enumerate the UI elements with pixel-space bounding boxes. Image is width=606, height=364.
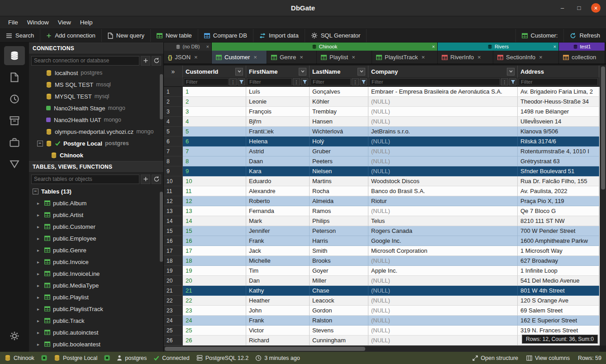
- tab-playlist[interactable]: Playlist×: [317, 51, 372, 64]
- cell-address[interactable]: Klanova 9/506: [518, 127, 599, 137]
- filter-funnel-button[interactable]: [509, 78, 516, 85]
- tab-sectioninfo[interactable]: SectionInfo×: [493, 51, 559, 64]
- rail-archive-button[interactable]: [4, 111, 25, 130]
- cell-address[interactable]: Praça Pio X, 119: [518, 196, 599, 206]
- cell-company[interactable]: (NULL): [368, 286, 518, 296]
- row-number[interactable]: 5: [164, 127, 183, 137]
- cell-customerid[interactable]: 5: [183, 127, 246, 137]
- cell-address[interactable]: Sřnder Boulevard 51: [518, 166, 599, 176]
- database-item-chinook[interactable]: Chinook: [29, 149, 163, 161]
- row-number[interactable]: 1: [164, 87, 183, 97]
- cell-company[interactable]: (NULL): [368, 147, 518, 156]
- vertical-scrollbar[interactable]: [600, 66, 606, 345]
- cell-address[interactable]: Theodor-Heuss-Straße 34: [518, 97, 599, 107]
- rail-history-button[interactable]: [4, 90, 25, 109]
- row-number[interactable]: 20: [164, 276, 183, 286]
- cell-customerid[interactable]: 7: [183, 147, 246, 156]
- table-item-public-album[interactable]: ▸public.Album: [29, 197, 163, 209]
- cell-address[interactable]: Qe 7 Bloco G: [518, 206, 599, 216]
- collapse-icon[interactable]: −: [37, 141, 43, 147]
- cell-company[interactable]: (NULL): [368, 306, 518, 316]
- cell-lastname[interactable]: Harris: [310, 236, 368, 246]
- row-number[interactable]: 2: [164, 97, 183, 107]
- connection-item-olympus-medportal-vychozi-cz[interactable]: olympus-medportal.vychozi.czmongo: [29, 126, 163, 137]
- tab-riverinfo[interactable]: RiverInfo×: [438, 51, 493, 64]
- cell-lastname[interactable]: Köhler: [310, 97, 368, 107]
- connection-item-nano2health-uat[interactable]: Nano2Health UATmongo: [29, 114, 163, 126]
- filter-menu-button[interactable]: ⋮: [293, 78, 300, 85]
- cell-customerid[interactable]: 13: [183, 206, 246, 216]
- cell-lastname[interactable]: Cunningham: [310, 336, 368, 345]
- column-menu-button[interactable]: [507, 68, 515, 76]
- row-number[interactable]: 18: [164, 256, 183, 266]
- chevron-right-icon[interactable]: ▸: [37, 295, 42, 300]
- close-icon[interactable]: ×: [206, 44, 209, 49]
- cell-firstname[interactable]: Dan: [246, 276, 310, 286]
- toolbar-compare-db-button[interactable]: Compare DB: [198, 29, 253, 42]
- cell-firstname[interactable]: Jennifer: [246, 226, 310, 236]
- cell-customerid[interactable]: 2: [183, 97, 246, 107]
- cell-firstname[interactable]: François: [246, 107, 310, 117]
- cell-lastname[interactable]: Leacock: [310, 296, 368, 306]
- toolbar-new-query-button[interactable]: New query: [102, 29, 151, 42]
- column-header-firstname[interactable]: FirstName: [246, 66, 310, 77]
- maximize-button[interactable]: □: [574, 3, 584, 13]
- cell-company[interactable]: Embraer - Empresa Brasileira de Aeronáut…: [368, 87, 518, 97]
- refresh-connections-button[interactable]: [152, 56, 161, 66]
- cell-company[interactable]: (NULL): [368, 276, 518, 286]
- table-item-public-track[interactable]: ▸public.Track: [29, 315, 163, 326]
- menu-help[interactable]: Help: [76, 18, 97, 27]
- cell-firstname[interactable]: Roberto: [246, 196, 310, 206]
- cell-customerid[interactable]: 20: [183, 276, 246, 286]
- connection-item-localhost[interactable]: localhostpostgres: [29, 67, 163, 79]
- cell-address[interactable]: Av. Brigadeiro Faria Lima, 2: [518, 87, 599, 97]
- cell-lastname[interactable]: Ramos: [310, 206, 368, 216]
- chevron-right-icon[interactable]: ▸: [37, 342, 42, 347]
- table-item-public-playlist[interactable]: ▸public.Playlist: [29, 291, 163, 303]
- cell-firstname[interactable]: Richard: [246, 336, 310, 345]
- grid-corner-expand[interactable]: »: [164, 66, 183, 77]
- cell-firstname[interactable]: John: [246, 306, 310, 316]
- row-number[interactable]: 23: [164, 306, 183, 316]
- toolbar-add-connection-button[interactable]: Add connection: [40, 29, 102, 42]
- cell-firstname[interactable]: Alexandre: [246, 186, 310, 196]
- tab-group-chinook[interactable]: Chinook×: [212, 43, 438, 51]
- cell-customerid[interactable]: 9: [183, 166, 246, 176]
- cell-company[interactable]: (NULL): [368, 326, 518, 336]
- cell-company[interactable]: JetBrains s.r.o.: [368, 127, 518, 137]
- close-icon[interactable]: ×: [253, 54, 257, 61]
- cell-customerid[interactable]: 12: [183, 196, 246, 206]
- connections-search-input[interactable]: [31, 56, 139, 66]
- connection-item-mysql-test[interactable]: MYSQL TESTmysql: [29, 90, 163, 102]
- minimize-button[interactable]: –: [558, 3, 567, 13]
- cell-company[interactable]: (NULL): [368, 256, 518, 266]
- cell-lastname[interactable]: Brooks: [310, 256, 368, 266]
- cell-address[interactable]: 69 Salem Street: [518, 306, 599, 316]
- cell-customerid[interactable]: 21: [183, 286, 246, 296]
- cell-customerid[interactable]: 16: [183, 236, 246, 246]
- close-icon[interactable]: ×: [352, 54, 355, 61]
- cell-lastname[interactable]: Gonçalves: [310, 87, 368, 97]
- cell-lastname[interactable]: Ralston: [310, 316, 368, 326]
- table-item-public-autoinctest[interactable]: ▸public.autoinctest: [29, 326, 163, 338]
- rail-settings-button[interactable]: [4, 326, 25, 345]
- cell-customerid[interactable]: 6: [183, 137, 246, 147]
- row-number[interactable]: 19: [164, 266, 183, 276]
- table-item-public-employee[interactable]: ▸public.Employee: [29, 232, 163, 244]
- cell-lastname[interactable]: Almeida: [310, 196, 368, 206]
- cell-firstname[interactable]: Franti□ek: [246, 127, 310, 137]
- cell-company[interactable]: (NULL): [368, 166, 518, 176]
- chevron-right-icon[interactable]: ▸: [37, 283, 42, 288]
- column-header-company[interactable]: Company: [368, 66, 518, 77]
- cell-customerid[interactable]: 15: [183, 226, 246, 236]
- tab-json[interactable]: {}JSON×: [164, 51, 212, 64]
- cell-lastname[interactable]: Philips: [310, 216, 368, 226]
- column-header-lastname[interactable]: LastName: [310, 66, 368, 77]
- toolbar-sql-generator-button[interactable]: SQL Generator: [305, 29, 367, 42]
- row-number[interactable]: 26: [164, 336, 183, 345]
- cell-address[interactable]: Rua Dr. Falcão Filho, 155: [518, 176, 599, 186]
- cell-address[interactable]: 700 W Pender Street: [518, 226, 599, 236]
- cell-company[interactable]: Riotur: [368, 196, 518, 206]
- cell-address[interactable]: Ullevĺlsveien 14: [518, 117, 599, 127]
- tab-group-no-db[interactable]: (no DB)×: [164, 43, 212, 51]
